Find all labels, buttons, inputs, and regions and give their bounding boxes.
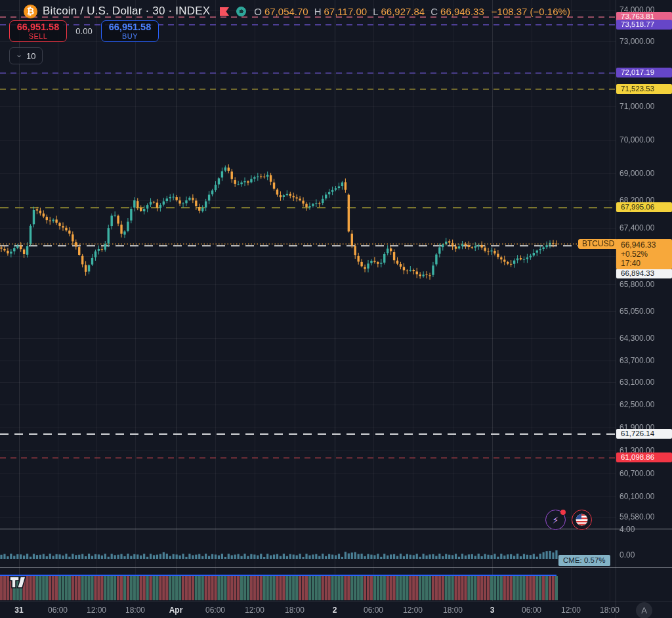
time-axis-label[interactable]: 06:00 bbox=[205, 606, 225, 615]
bitcoin-logo-icon: ₿ bbox=[24, 5, 37, 18]
price-axis-tick[interactable]: 60,100.00 bbox=[620, 492, 672, 501]
time-axis-label[interactable]: 12:00 bbox=[561, 606, 581, 615]
ohlc-label: O bbox=[254, 6, 262, 17]
price-change: −108.37 (−0.16%) bbox=[492, 6, 570, 17]
price-axis-tick[interactable]: 65,050.00 bbox=[620, 307, 672, 316]
alert-price-badge[interactable]: 67,995.06 bbox=[616, 202, 672, 212]
sell-price: 66,951.58 bbox=[17, 22, 60, 32]
symbol-legend: ₿ Bitcoin / U.S. Dollar · 30 · INDEX O67… bbox=[24, 3, 570, 19]
price-axis-tick[interactable]: 69,000.00 bbox=[620, 169, 672, 178]
sell-button[interactable]: 66,951.58 SELL bbox=[9, 20, 67, 42]
price-axis-tick[interactable]: 73,000.00 bbox=[620, 37, 672, 46]
candles-count-value: 10 bbox=[26, 51, 35, 61]
ohlc-values: O67,054.70H67,117.00L66,927.84C66,946.33… bbox=[254, 6, 570, 17]
us-market-flag-button[interactable] bbox=[572, 510, 592, 530]
alert-price-badge[interactable]: 71,523.53 bbox=[616, 84, 672, 94]
time-axis-label[interactable]: 12:00 bbox=[87, 606, 106, 615]
sell-label: SELL bbox=[29, 32, 48, 40]
indicator-axis-tick[interactable]: 0.00 bbox=[620, 550, 672, 560]
ohlc-value: 67,054.70 bbox=[264, 6, 308, 17]
ohlc-value: 66,946.33 bbox=[440, 6, 484, 17]
ohlc-label: L bbox=[373, 6, 378, 17]
indicator-axis-tick[interactable]: 4.00 bbox=[620, 525, 672, 534]
alert-price-badge[interactable]: 61,098.86 bbox=[616, 452, 672, 462]
time-axis-label[interactable]: 12:00 bbox=[245, 606, 264, 615]
time-axis-label[interactable]: 18:00 bbox=[600, 606, 620, 615]
price-axis-tick[interactable]: 60,700.00 bbox=[620, 469, 672, 478]
time-axis-label[interactable]: 06:00 bbox=[48, 606, 68, 615]
flag-icon[interactable] bbox=[219, 7, 230, 16]
time-axis-label[interactable]: 06:00 bbox=[522, 606, 541, 615]
time-axis-label[interactable]: 06:00 bbox=[364, 606, 383, 615]
candles-count-dropdown[interactable]: ⌄ 10 bbox=[9, 47, 43, 64]
price-axis-tick[interactable]: 65,800.00 bbox=[620, 280, 672, 289]
ohlc-value: 66,927.84 bbox=[381, 6, 425, 17]
price-axis-tick[interactable]: 64,300.00 bbox=[620, 334, 672, 343]
buy-button[interactable]: 66,951.58 BUY bbox=[101, 20, 159, 42]
time-axis-label[interactable]: Apr bbox=[169, 606, 183, 615]
price-axis-tick[interactable]: 67,400.00 bbox=[620, 223, 672, 232]
symbol-price-tag[interactable]: BTCUSD bbox=[578, 239, 618, 249]
alert-price-badge[interactable]: 61,726.14 bbox=[616, 429, 672, 439]
notification-dot bbox=[560, 510, 566, 515]
price-axis-tick[interactable]: 70,000.00 bbox=[620, 135, 672, 144]
chevron-down-icon: ⌄ bbox=[16, 50, 22, 59]
time-axis-label[interactable]: 18:00 bbox=[125, 606, 145, 615]
current-price-badge[interactable]: 66,946.33+0.52%17:40 bbox=[616, 239, 672, 269]
tradingview-logo-icon[interactable] bbox=[8, 574, 32, 593]
market-status-icon[interactable] bbox=[236, 7, 246, 16]
ohlc-label: C bbox=[430, 6, 438, 17]
time-axis-label[interactable]: 31 bbox=[14, 606, 23, 615]
alert-price-badge[interactable]: 72,017.19 bbox=[616, 68, 672, 77]
price-axis-tick[interactable]: 62,500.00 bbox=[620, 400, 672, 409]
ohlc-label: H bbox=[314, 6, 322, 17]
tradingview-chart-window: { "header": { "symbol_title": "Bitcoin /… bbox=[0, 0, 672, 618]
spread-value: 0.00 bbox=[67, 26, 101, 36]
time-axis-label[interactable]: 18:00 bbox=[443, 606, 463, 615]
trade-panel: 66,951.58 SELL 0.00 66,951.58 BUY bbox=[9, 20, 159, 42]
time-axis-label[interactable]: 18:00 bbox=[285, 606, 304, 615]
buy-label: BUY bbox=[122, 32, 138, 40]
price-chart-canvas[interactable] bbox=[0, 0, 672, 618]
alert-price-badge[interactable]: 66,894.33 bbox=[616, 269, 672, 278]
symbol-title[interactable]: Bitcoin / U.S. Dollar · 30 · INDEX bbox=[43, 5, 210, 18]
buy-price: 66,951.58 bbox=[109, 22, 152, 32]
price-axis-tick[interactable]: 71,000.00 bbox=[620, 102, 672, 111]
axis-settings-button[interactable]: A bbox=[636, 602, 652, 618]
ohlc-value: 67,117.00 bbox=[324, 6, 368, 17]
time-axis-label[interactable]: 2 bbox=[333, 606, 337, 615]
price-axis-tick[interactable]: 63,700.00 bbox=[620, 356, 672, 365]
quick-trade-button[interactable]: ⚡ bbox=[545, 510, 566, 530]
time-axis-label[interactable]: 12:00 bbox=[403, 606, 423, 615]
price-axis-tick[interactable]: 63,100.00 bbox=[620, 378, 672, 387]
cme-premium-chip[interactable]: CME: 0.57% bbox=[558, 555, 610, 566]
price-axis-tick[interactable]: 59,580.00 bbox=[620, 512, 672, 521]
time-axis-label[interactable]: 3 bbox=[490, 606, 495, 615]
alert-price-badge[interactable]: 73,518.77 bbox=[616, 20, 672, 30]
